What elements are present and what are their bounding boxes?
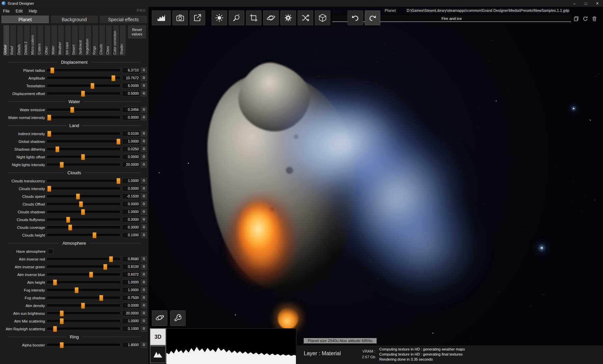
menu-file[interactable]: File (0, 9, 12, 13)
reset-atm-rayleigh-scattering[interactable]: R (141, 326, 147, 332)
reset-atm-density[interactable]: R (141, 303, 147, 308)
tab-special-effects[interactable]: Special effects (99, 15, 147, 24)
reset-atm-inverse-red[interactable]: R (141, 256, 147, 262)
paint-mode-button[interactable] (170, 310, 186, 326)
value-fog-intensity[interactable]: 1.0000 (122, 287, 140, 293)
value-water-normal-intensity[interactable]: 0.0000 (122, 115, 140, 120)
value-night-lights-intensity[interactable]: 20.0000 (122, 162, 140, 168)
vtab-cities[interactable]: Cities (106, 25, 112, 56)
checkbox-have-atmosphere[interactable] (48, 249, 53, 254)
reset-atm-sun-brightness[interactable]: R (141, 310, 147, 316)
slider-clouds-translucency[interactable] (47, 180, 120, 182)
slider-handle[interactable] (116, 178, 120, 184)
slider-handle[interactable] (99, 295, 103, 301)
slider-handle[interactable] (81, 154, 85, 160)
vtab-details[interactable]: Details (17, 25, 23, 56)
value-atm-mie-scattering[interactable]: 1.0000 (122, 318, 140, 324)
value-alpha-booster[interactable]: 1.8000 (122, 342, 140, 348)
sun-icon[interactable] (212, 10, 227, 25)
slider-atm-mie-scattering[interactable] (47, 320, 120, 322)
reset-global-shadows[interactable]: R (141, 139, 147, 144)
reset-amplitude[interactable]: R (141, 75, 147, 81)
value-water-emissive[interactable]: 0.3456 (122, 107, 140, 113)
slider-handle[interactable] (116, 139, 120, 145)
maximize-button[interactable]: □ (580, 0, 592, 7)
value-atm-inverse-blue[interactable]: 0.6072 (122, 272, 140, 277)
refresh-icon[interactable] (581, 15, 589, 22)
reset-clouds-fluffyness[interactable]: R (141, 217, 147, 222)
brush-icon[interactable] (229, 10, 244, 25)
slider-handle[interactable] (47, 131, 51, 137)
minimize-button[interactable]: – (569, 0, 580, 7)
reset-atm-inverse-blue[interactable]: R (141, 272, 147, 277)
slider-water-emissive[interactable] (47, 109, 120, 111)
value-shadows-dithering[interactable]: 0.0250 (122, 146, 140, 152)
slider-clouds-coverage[interactable] (47, 226, 120, 229)
slider-atm-inverse-green[interactable] (47, 266, 120, 268)
slider-handle[interactable] (89, 272, 93, 278)
reset-night-lights-intensity[interactable]: R (141, 162, 147, 168)
slider-clouds-height[interactable] (47, 234, 120, 236)
heightmap-view-button[interactable] (150, 346, 166, 363)
value-clouds-height[interactable]: 0.1000 (122, 232, 140, 238)
reset-clouds-speed[interactable]: R (141, 193, 147, 199)
reset-fog-shadow[interactable]: R (141, 295, 147, 301)
slider-displacement-offset[interactable] (47, 92, 120, 95)
viewport[interactable]: Planet D:\Games\SteamLibrary\steamapps\c… (148, 7, 603, 364)
slider-handle[interactable] (60, 342, 64, 348)
slider-handle[interactable] (103, 264, 107, 270)
value-indirect-intensity[interactable]: 0.0100 (122, 131, 140, 136)
value-clouds-intensity[interactable]: 0.0000 (122, 186, 140, 191)
slider-handle[interactable] (55, 146, 59, 152)
planet-icon[interactable] (263, 10, 279, 25)
slider-handle[interactable] (79, 201, 83, 207)
slider-alpha-booster[interactable] (47, 344, 120, 346)
slider-atm-sun-brightness[interactable] (47, 312, 120, 314)
slider-handle[interactable] (60, 318, 64, 324)
slider-handle[interactable] (81, 209, 85, 215)
value-atm-height[interactable]: 1.0000 (122, 279, 140, 285)
value-atm-rayleigh-scattering[interactable]: 0.1000 (122, 326, 140, 332)
reset-alpha-booster[interactable]: R (141, 342, 147, 348)
trash-icon[interactable] (590, 15, 598, 22)
slider-clouds-offset[interactable] (47, 203, 120, 205)
slider-handle[interactable] (109, 256, 113, 262)
vtab-global[interactable]: Global (3, 25, 9, 56)
slider-handle[interactable] (50, 67, 54, 73)
reset-planet-radius[interactable]: R (141, 67, 147, 73)
menu-help[interactable]: Help (26, 9, 40, 13)
slider-fog-shadow[interactable] (47, 297, 120, 299)
reset-water-emissive[interactable]: R (141, 107, 147, 113)
slider-handle[interactable] (47, 186, 51, 192)
slider-night-lights-offset[interactable] (47, 156, 120, 158)
vtab-color-correction[interactable]: Color correction (113, 25, 119, 56)
slider-fog-intensity[interactable] (47, 289, 120, 291)
vtab-rings[interactable]: Rings (92, 25, 99, 56)
slider-planet-radius[interactable] (47, 69, 120, 71)
slider-handle[interactable] (111, 75, 115, 81)
vtab-micro-craters[interactable]: Micro craters (30, 25, 37, 56)
slider-handle[interactable] (92, 232, 97, 238)
value-atm-density[interactable]: 0.0000 (122, 303, 140, 308)
value-atm-inverse-green[interactable]: 0.8100 (122, 264, 140, 270)
reset-indirect-intensity[interactable]: R (141, 131, 147, 136)
slider-handle[interactable] (81, 91, 85, 97)
slider-handle[interactable] (81, 303, 85, 309)
slider-handle[interactable] (66, 217, 70, 223)
value-clouds-offset[interactable]: 0.0000 (122, 201, 140, 207)
slider-shadows-dithering[interactable] (47, 148, 120, 150)
vtab-clouds[interactable]: Clouds (99, 25, 105, 56)
value-amplitude[interactable]: 10.7672 (122, 75, 140, 81)
slider-atm-density[interactable] (47, 304, 120, 307)
vtab-weather[interactable]: Weather (58, 25, 64, 56)
slider-atm-inverse-blue[interactable] (47, 273, 120, 276)
value-clouds-fluffyness[interactable]: 0.3000 (122, 217, 140, 222)
vtab-craters[interactable]: Craters (37, 25, 44, 56)
orbit-rotate-button[interactable] (152, 310, 167, 326)
reset-clouds-coverage[interactable]: R (141, 224, 147, 230)
slider-handle[interactable] (75, 287, 79, 293)
slider-handle[interactable] (53, 326, 57, 332)
slider-handle[interactable] (60, 310, 64, 316)
reset-displacement-offset[interactable]: R (141, 91, 147, 96)
reset-clouds-height[interactable]: R (141, 232, 147, 238)
